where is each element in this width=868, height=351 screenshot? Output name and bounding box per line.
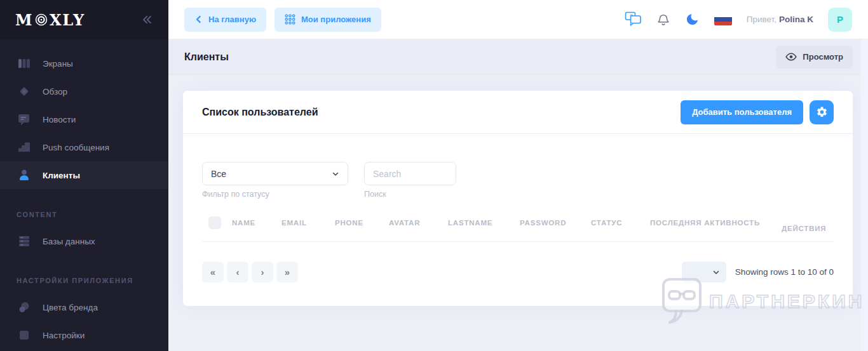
greeting-prefix: Привет, (747, 15, 776, 24)
gear-icon (816, 106, 828, 118)
column-header-last-activity[interactable]: ПОСЛЕДНЯЯ АКТИВНОСТЬ (650, 216, 782, 227)
my-apps-button[interactable]: Мои приложения (275, 8, 381, 32)
sidebar-section-app-settings: НАСТРОЙКИ ПРИЛОЖЕНИЯ (0, 268, 168, 293)
column-header-lastname[interactable]: LASTNAME (448, 216, 520, 227)
clients-icon (17, 168, 32, 183)
apps-grid-icon (285, 14, 295, 25)
column-header-actions: ДЕЙСТВИЯ (782, 216, 826, 232)
search-input[interactable] (364, 162, 456, 185)
sidebar-item-label: Клиенты (43, 171, 80, 180)
sidebar-item-label: Экраны (43, 59, 73, 69)
sidebar-item-label: Обзор (43, 87, 67, 96)
column-header-avatar[interactable]: AVATAR (389, 216, 448, 227)
rows-info: Showing rows 1 to 10 of 0 (735, 267, 834, 277)
table-settings-button[interactable] (810, 100, 834, 124)
sidebar-collapse-button[interactable] (140, 13, 153, 26)
user-name: Polina K (779, 15, 813, 24)
table-header-row: NAME EMAIL PHONE AVATAR LASTNAME PASSWOR… (202, 216, 834, 242)
language-flag-ru[interactable] (714, 13, 732, 26)
subheader: Клиенты Просмотр (168, 39, 868, 75)
eye-icon (785, 53, 797, 61)
push-messages-icon (17, 140, 32, 155)
logo-text-xly: XLY (50, 11, 85, 29)
moxly-logo[interactable]: M XLY (15, 11, 85, 29)
pagination-first-button[interactable]: « (202, 262, 224, 282)
pagination-prev-button[interactable]: ‹ (227, 262, 248, 282)
sidebar-item-databases[interactable]: Базы данных (0, 227, 168, 255)
chevron-down-icon (712, 268, 720, 276)
column-header-phone[interactable]: PHONE (335, 216, 389, 227)
logo-bullseye-icon (34, 13, 48, 27)
sidebar-item-clients[interactable]: Клиенты (0, 161, 168, 189)
moon-icon (685, 12, 700, 27)
search-label: Поиск (364, 190, 456, 199)
card-header: Список пользователей Добавить пользовате… (183, 91, 853, 134)
status-filter-select[interactable]: Все (202, 162, 348, 185)
content-area: Список пользователей Добавить пользовате… (168, 75, 868, 351)
avatar[interactable]: P (828, 8, 852, 32)
search-field: Поиск (364, 162, 456, 199)
back-to-home-button[interactable]: На главную (184, 8, 266, 32)
chevron-left-icon (194, 15, 203, 23)
back-to-home-label: На главную (208, 15, 256, 24)
notifications-button[interactable] (656, 12, 670, 27)
column-header-password[interactable]: PASSWORD (520, 216, 591, 227)
logo-bar: M XLY (0, 0, 168, 39)
chevron-down-icon (332, 170, 339, 178)
database-icon (17, 234, 32, 249)
pagination-right: Showing rows 1 to 10 of 0 (682, 262, 834, 282)
logo-text-m: M (15, 11, 33, 29)
pagination-row: « ‹ › » Showing rows 1 to 10 of 0 (202, 262, 834, 282)
filters-row: Все Фильтр по статусу Поиск (202, 162, 834, 199)
sidebar-nav: Экраны Обзор Новости (0, 39, 168, 349)
topbar-left: На главную Мои приложения (184, 8, 381, 32)
users-card: Список пользователей Добавить пользовате… (183, 91, 853, 306)
add-user-button[interactable]: Добавить пользователя (681, 100, 803, 124)
double-chevron-left-icon (140, 13, 153, 26)
status-filter-value: Все (211, 169, 226, 179)
page-title: Клиенты (184, 51, 229, 63)
status-filter-field: Все Фильтр по статусу (202, 162, 348, 199)
sidebar-item-screens[interactable]: Экраны (0, 50, 168, 77)
sidebar-item-brand-colors[interactable]: Цвета бренда (0, 293, 168, 321)
sidebar-section-content: CONTENT (0, 202, 168, 227)
help-chat-icon: ? (625, 11, 642, 27)
column-header-status[interactable]: СТАТУС (591, 216, 650, 227)
column-header-email[interactable]: EMAIL (281, 216, 335, 227)
help-chat-button[interactable]: ? (625, 11, 642, 27)
overview-icon (17, 84, 32, 99)
sidebar: M XLY Экраны (0, 0, 168, 351)
bell-icon (656, 12, 670, 27)
main-area: На главную Мои приложения ? (168, 0, 868, 351)
preview-button[interactable]: Просмотр (776, 46, 853, 69)
sidebar-item-label: Цвета бренда (43, 303, 98, 312)
sidebar-item-overview[interactable]: Обзор (0, 77, 168, 105)
dark-mode-button[interactable] (685, 12, 700, 27)
scrollbar[interactable] (860, 39, 868, 351)
card-body: Все Фильтр по статусу Поиск NAME (183, 162, 853, 282)
my-apps-label: Мои приложения (301, 15, 371, 24)
status-filter-label: Фильтр по статусу (202, 190, 348, 199)
news-icon (17, 112, 32, 127)
column-header-name[interactable]: NAME (232, 216, 281, 227)
rows-per-page-select[interactable] (682, 262, 726, 282)
table-header-checkbox-cell (202, 216, 232, 229)
sidebar-item-label: Новости (43, 115, 76, 124)
sidebar-item-news[interactable]: Новости (0, 105, 168, 133)
select-all-checkbox[interactable] (208, 216, 221, 229)
preview-label: Просмотр (803, 52, 843, 62)
sidebar-item-label: Базы данных (43, 237, 95, 246)
card-actions: Добавить пользователя (681, 100, 834, 124)
topbar-right: ? Привет,Polina K (625, 8, 852, 32)
pagination-last-button[interactable]: » (276, 262, 298, 282)
brand-colors-icon (17, 300, 32, 315)
pagination-next-button[interactable]: › (252, 262, 273, 282)
card-title: Список пользователей (202, 107, 318, 118)
sidebar-item-settings[interactable]: Настройки (0, 321, 168, 349)
topbar: На главную Мои приложения ? (168, 0, 868, 39)
sidebar-item-label: Push сообщения (43, 143, 109, 152)
sidebar-item-label: Настройки (43, 331, 85, 340)
screens-icon (17, 56, 32, 71)
sidebar-item-push[interactable]: Push сообщения (0, 133, 168, 161)
user-greeting: Привет,Polina K (747, 15, 813, 24)
